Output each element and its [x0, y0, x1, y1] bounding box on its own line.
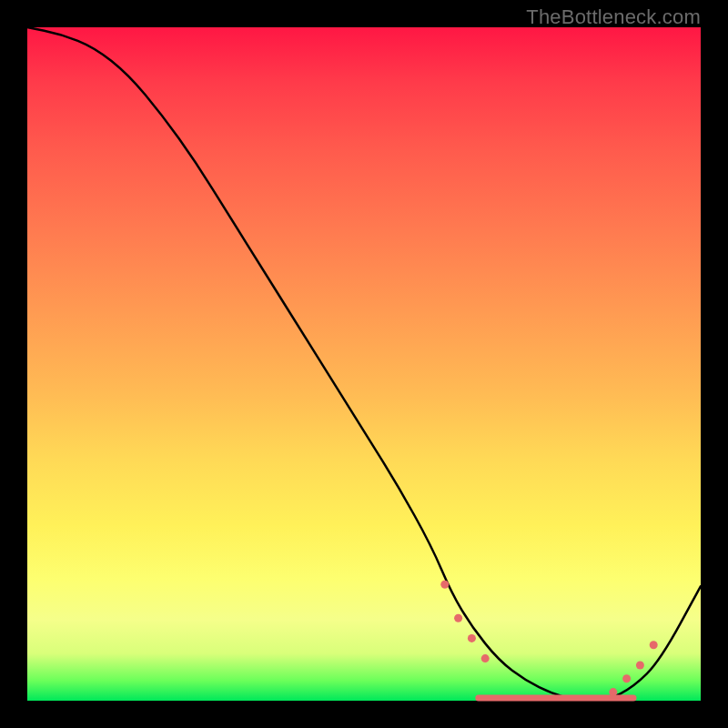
optimal-range-dot [650, 641, 658, 649]
optimal-range-dot [622, 674, 631, 682]
chart-svg [27, 27, 701, 701]
bottleneck-curve [27, 27, 701, 701]
optimal-range-dot [468, 634, 476, 642]
app-frame: TheBottleneck.com [0, 0, 728, 728]
attribution-label: TheBottleneck.com [526, 5, 701, 29]
optimal-range-dot [636, 662, 644, 670]
chart-area [27, 27, 701, 701]
optimal-range-dot [454, 614, 462, 622]
optimal-range-dot [440, 581, 449, 589]
optimal-range-dots-left [440, 581, 489, 662]
optimal-range-dot [481, 654, 490, 662]
optimal-range-dot [609, 688, 617, 696]
